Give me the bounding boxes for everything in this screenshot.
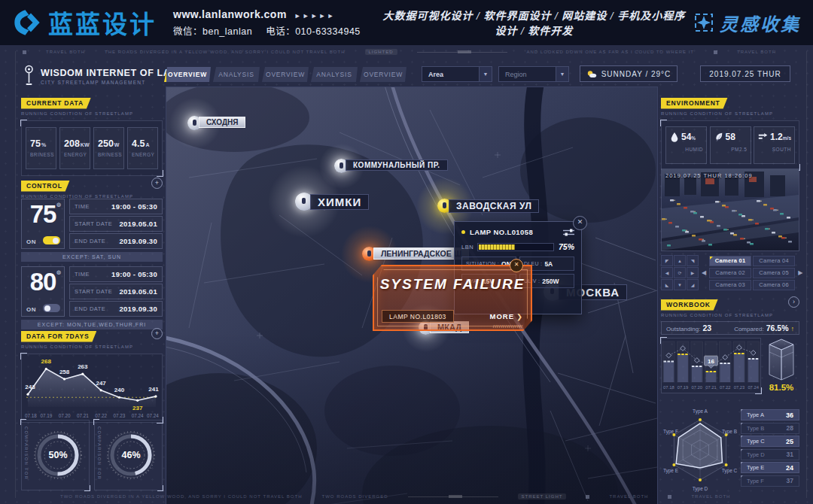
svg-text:07.23: 07.23	[114, 413, 126, 418]
camera-item-2[interactable]: Camera 02	[709, 268, 751, 278]
gauge-value: 46%	[104, 428, 158, 482]
camera-prev-icon[interactable]: ◀	[702, 269, 706, 276]
camera-panel: 2019.07.25 THUR 18:26:09	[661, 169, 799, 290]
camera-item-1[interactable]: Camera 01	[709, 256, 751, 266]
chevron-right-icon: ❯	[516, 312, 523, 320]
chevron-right-icon[interactable]: ›	[788, 296, 799, 308]
tab-overview-2[interactable]: OVERVIEW	[262, 67, 309, 82]
type-list: Type A36 Type B28 Type C25 Type D31 Type…	[741, 409, 799, 487]
svg-text:07.22: 07.22	[95, 413, 107, 418]
inspiration-label: 灵感收集	[720, 10, 801, 36]
svg-text:07.20: 07.20	[59, 413, 71, 418]
panel-tag: CURRENT DATA	[21, 98, 91, 109]
current-data-panel: CURRENT DATA RUNNING CONDITION OF STREET…	[21, 95, 163, 176]
power-toggle[interactable]	[43, 236, 60, 244]
contact-block: www.lanlanwork.com►►►►► 微信：ben_lanlan电话：…	[173, 8, 374, 38]
list-item-type-e[interactable]: Type E24	[741, 462, 799, 473]
svg-text:Type B: Type B	[722, 429, 737, 435]
dpad-down-right-button[interactable]: ◢	[687, 279, 699, 290]
svg-text:263: 263	[78, 363, 88, 370]
screen: 蓝蓝设计 www.lanlanwork.com►►►►► 微信：ben_lanl…	[0, 0, 813, 504]
comparison-gauge-2: COMPARISON FOR 46%	[94, 420, 163, 490]
dpad-down-button[interactable]: ▼	[674, 279, 686, 290]
camera-dpad: ◤ ▲ ◥ ◀ ⟳ ▶ ◣ ▼ ◢	[661, 255, 699, 290]
control-group-1: ◍ 75 ON TIME19:00 - 05:30 START DATE2019…	[21, 199, 163, 249]
control-group-2: ◍ 80 ON TIME19:00 - 05:30 START DATE2019…	[21, 266, 163, 317]
region-select[interactable]: Region▼	[498, 66, 569, 82]
more-button[interactable]: MORE❯	[490, 312, 523, 320]
camera-item-3[interactable]: Camera 03	[709, 280, 751, 290]
camera-scene	[662, 169, 799, 250]
lanlan-logo: 蓝蓝设计	[12, 5, 157, 41]
list-item-type-d[interactable]: Type D31	[741, 449, 799, 460]
caret-down-icon: ▼	[556, 67, 568, 81]
plus-icon[interactable]: +	[151, 328, 163, 339]
inspiration-collect: 灵感收集	[694, 10, 801, 36]
comparison-gauges: COMPARISON FOR 50% COMPARISON FOR 46%	[21, 420, 163, 492]
decorative-text-strip-bottom: TWO ROADS DIVERGED IN A YELLOW WOOD, AND…	[60, 493, 786, 499]
map-pin-skhodnya[interactable]: СХОДНЯ	[187, 116, 202, 130]
promo-banner: 蓝蓝设计 www.lanlanwork.com►►►►► 微信：ben_lanl…	[0, 0, 813, 45]
panel-subtitle: RUNNING CONDITION OF STREETLAMP	[21, 194, 163, 199]
control-row-time: TIME19:00 - 05:30	[69, 199, 163, 214]
dpad-up-right-button[interactable]: ◥	[687, 255, 699, 266]
list-item-type-a[interactable]: Type A36	[741, 409, 799, 421]
dpad-up-left-button[interactable]: ◤	[661, 255, 673, 266]
map-pin-kommunalny[interactable]: КОММУНАЛЬНЫЙ ПР.	[334, 159, 349, 173]
power-toggle[interactable]	[43, 304, 60, 312]
city-map[interactable]: СХОДНЯ КОММУНАЛЬНЫЙ ПР. ХИМКИ ЗАВОДСКАЯ …	[166, 87, 658, 504]
svg-text:07.23: 07.23	[734, 385, 745, 390]
dpad-rotate-button[interactable]: ⟳	[674, 267, 686, 278]
failure-close-icon[interactable]: ✕	[510, 259, 523, 272]
svg-text:237: 237	[132, 405, 143, 411]
close-icon[interactable]: ✕	[573, 216, 587, 230]
camera-next-icon[interactable]: ▶	[798, 269, 802, 276]
wechat-text: 微信：ben_lanlan	[173, 26, 252, 37]
radar-chart: Type AType BType CType DType EType F	[661, 406, 739, 493]
right-rail	[806, 51, 807, 498]
dpad-up-button[interactable]: ▲	[674, 255, 686, 266]
weather-sun-icon	[586, 70, 597, 78]
workbook-percent: 81.5%	[769, 383, 794, 392]
sliders-icon[interactable]	[563, 229, 574, 236]
svg-text:16: 16	[708, 358, 714, 365]
map-pin-leningradskoe[interactable]: ЛЕНИНГРАДСКОЕ Ш	[362, 247, 376, 261]
camera-item-4[interactable]: Camera 04	[753, 256, 795, 266]
svg-text:07.21: 07.21	[77, 413, 89, 418]
camera-item-5[interactable]: Camera 05	[753, 268, 795, 278]
dashboard: TRAVEL BOTH THE ROADS DIVERGED IN A YELL…	[0, 45, 813, 504]
env-pm25: 58 PM2.5	[710, 126, 751, 164]
control-row-end: END DATE2019.09.30	[69, 233, 163, 249]
svg-text:Type C: Type C	[722, 468, 738, 474]
dpad-right-button[interactable]: ▶	[687, 267, 699, 278]
plus-icon[interactable]: +	[151, 178, 163, 189]
dpad-down-left-button[interactable]: ◣	[661, 279, 673, 290]
svg-text:07.24: 07.24	[748, 385, 759, 390]
panel-subtitle: RUNNING CONDITION OF STREETLAMP	[661, 111, 799, 116]
list-item-type-c[interactable]: Type C25	[741, 436, 799, 447]
tab-bar: OVERVIEW ANALYSIS OVERVIEW ANALYSIS OVER…	[164, 67, 406, 82]
hatch-decor: ///////////////	[493, 324, 523, 329]
list-item-type-f[interactable]: Type F37	[741, 475, 799, 487]
control-row-end: END DATE2019.09.30	[69, 301, 163, 317]
dpad-left-button[interactable]: ◀	[661, 267, 673, 278]
env-humidity: 54% HUMID	[665, 126, 707, 164]
panel-tag: CONTROL	[21, 181, 70, 192]
website-link[interactable]: www.lanlanwork.com	[173, 8, 287, 20]
tab-analysis-2[interactable]: ANALYSIS	[311, 67, 358, 82]
control-row-start: START DATE2019.05.01	[69, 284, 163, 299]
up-arrow-icon: ↑	[791, 325, 795, 332]
stat-briness-w: 250W BRINESS	[93, 127, 124, 169]
lbn-percent: 75%	[559, 242, 574, 251]
tab-overview-3[interactable]: OVERVIEW	[360, 67, 406, 82]
gauge-value: 50%	[31, 428, 85, 482]
camera-item-6[interactable]: Camera 06	[753, 280, 795, 290]
list-item-type-b[interactable]: Type B28	[741, 423, 799, 434]
tab-analysis-1[interactable]: ANALYSIS	[213, 67, 260, 82]
tab-overview-1[interactable]: OVERVIEW	[164, 67, 211, 82]
camera-feed[interactable]: 2019.07.25 THUR 18:26:09	[661, 169, 799, 251]
area-select[interactable]: Area▼	[422, 66, 492, 82]
svg-text:07.19: 07.19	[40, 413, 52, 418]
map-pin-zavodskaya[interactable]: ЗАВОДСКАЯ УЛ	[437, 199, 452, 213]
map-pin-khimki[interactable]: ХИМКИ	[295, 193, 313, 211]
